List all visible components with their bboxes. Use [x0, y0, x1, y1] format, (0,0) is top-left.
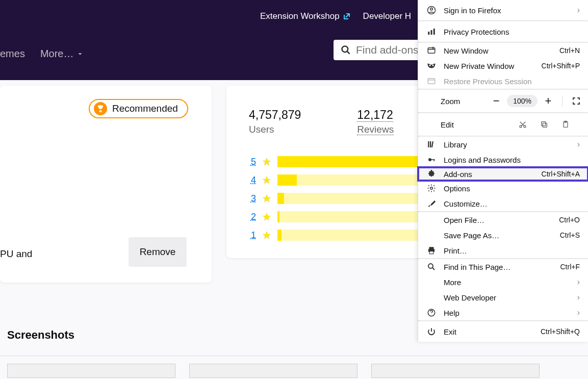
- reviews-link[interactable]: 12,172 Reviews: [357, 108, 394, 135]
- svg-rect-18: [431, 141, 433, 147]
- app-menu: Sign in to Firefox › Privacy Protections…: [418, 0, 588, 342]
- svg-point-26: [428, 264, 433, 268]
- star-icon: ★: [262, 174, 271, 186]
- star-icon: ★: [262, 192, 271, 205]
- menu-edit-row: Edit: [418, 113, 588, 136]
- description-fragment: PU and: [0, 248, 32, 260]
- svg-point-7: [429, 65, 431, 66]
- users-label: Users: [249, 124, 301, 135]
- paste-button[interactable]: [561, 120, 580, 129]
- menu-library[interactable]: Library ›: [418, 137, 588, 152]
- svg-rect-4: [431, 30, 432, 35]
- power-icon: [426, 326, 437, 337]
- svg-point-19: [428, 158, 431, 161]
- gear-icon: [426, 183, 437, 193]
- menu-new-window[interactable]: New Window Ctrl+N: [418, 43, 588, 58]
- divider: [0, 356, 588, 356]
- menu-restore-session: Restore Previous Session: [418, 73, 588, 89]
- help-icon: [426, 308, 437, 318]
- mask-icon: [426, 61, 437, 71]
- svg-rect-6: [428, 48, 435, 54]
- menu-privacy[interactable]: Privacy Protections: [418, 21, 588, 42]
- chevron-right-icon: ›: [577, 293, 580, 302]
- svg-rect-25: [429, 251, 433, 254]
- nav-themes[interactable]: emes: [0, 48, 25, 60]
- svg-rect-5: [433, 29, 435, 35]
- zoom-in-button[interactable]: +: [541, 93, 556, 109]
- recommended-label: Recommended: [112, 103, 178, 114]
- star-icon: ★: [262, 156, 271, 168]
- paintbrush-icon: [426, 198, 437, 209]
- svg-rect-9: [428, 79, 435, 84]
- svg-rect-23: [429, 247, 434, 249]
- screenshot-thumbnail[interactable]: [371, 364, 540, 378]
- chevron-right-icon: ›: [577, 6, 580, 15]
- nav-more[interactable]: More…: [40, 48, 84, 60]
- star-icon: ★: [262, 211, 271, 223]
- svg-point-22: [430, 187, 433, 190]
- link-extension-workshop[interactable]: Extension Workshop: [260, 11, 351, 21]
- menu-savepage[interactable]: Save Page As… Ctrl+S: [418, 228, 588, 243]
- screenshots-heading: Screenshots: [7, 329, 74, 342]
- search-icon: [341, 45, 351, 55]
- screenshot-thumbnail[interactable]: [189, 364, 357, 378]
- menu-exit[interactable]: Exit Ctrl+Shift+Q: [418, 321, 588, 342]
- chevron-right-icon: ›: [577, 308, 580, 317]
- svg-rect-16: [428, 141, 429, 147]
- zoom-out-button[interactable]: −: [489, 93, 504, 109]
- puzzle-icon: [426, 169, 437, 179]
- restore-icon: [426, 76, 437, 86]
- menu-new-private[interactable]: New Private Window Ctrl+Shift+P: [418, 58, 588, 73]
- svg-point-0: [342, 46, 348, 53]
- menu-webdev[interactable]: Web Developer ›: [418, 290, 588, 305]
- link-developer-hub[interactable]: Developer H: [363, 11, 412, 21]
- menu-help[interactable]: Help ›: [418, 305, 588, 320]
- menu-logins[interactable]: Logins and Passwords: [418, 152, 588, 167]
- chevron-down-icon: [76, 50, 84, 58]
- menu-options[interactable]: Options: [418, 181, 588, 196]
- recommended-badge[interactable]: Recommended: [89, 99, 188, 118]
- copy-button[interactable]: [540, 120, 558, 129]
- screenshot-thumbnail[interactable]: [7, 364, 175, 378]
- svg-rect-17: [430, 141, 431, 147]
- chevron-right-icon: ›: [577, 140, 580, 149]
- dashboard-icon: [426, 27, 437, 37]
- trophy-icon: [94, 102, 107, 115]
- menu-signin[interactable]: Sign in to Firefox ›: [418, 0, 588, 20]
- remove-button[interactable]: Remove: [129, 237, 187, 267]
- account-icon: [426, 5, 437, 15]
- menu-addons[interactable]: Add-ons Ctrl+Shift+A: [417, 166, 588, 182]
- cut-button[interactable]: [519, 120, 537, 129]
- svg-point-8: [432, 65, 434, 66]
- users-count: 4,757,879: [249, 108, 301, 122]
- search-icon: [426, 262, 437, 272]
- key-icon: [426, 155, 437, 165]
- star-icon: ★: [262, 229, 271, 241]
- print-icon: [426, 245, 437, 256]
- external-link-icon: [343, 12, 351, 20]
- menu-find[interactable]: Find in This Page… Ctrl+F: [418, 259, 588, 274]
- svg-rect-12: [543, 123, 547, 127]
- menu-openfile[interactable]: Open File… Ctrl+O: [418, 212, 588, 228]
- zoom-level[interactable]: 100%: [507, 95, 538, 107]
- chevron-right-icon: ›: [577, 277, 580, 287]
- fullscreen-button[interactable]: [569, 93, 584, 109]
- svg-rect-13: [542, 122, 546, 126]
- menu-zoom-row: Zoom − 100% +: [418, 90, 588, 112]
- window-new-icon: [426, 45, 437, 56]
- svg-point-2: [430, 8, 433, 11]
- svg-rect-21: [434, 159, 435, 161]
- menu-more[interactable]: More ›: [418, 274, 588, 290]
- svg-rect-3: [428, 32, 429, 35]
- menu-customize[interactable]: Customize…: [418, 196, 588, 211]
- menu-print[interactable]: Print…: [418, 243, 588, 258]
- library-icon: [426, 139, 437, 149]
